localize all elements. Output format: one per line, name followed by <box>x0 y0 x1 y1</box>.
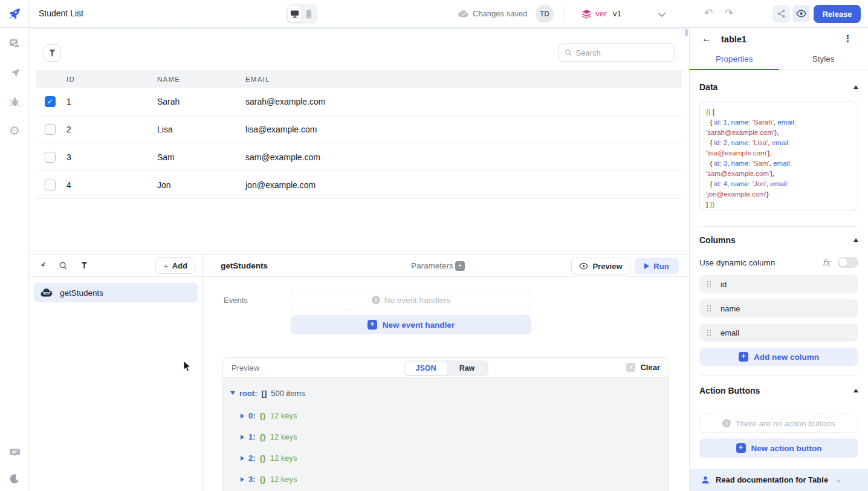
tab-json[interactable]: JSON <box>405 362 447 375</box>
row-checkbox[interactable]: ✓ <box>45 96 56 107</box>
app-logo[interactable] <box>0 0 29 27</box>
new-action-button[interactable]: + New action button <box>699 438 858 458</box>
root-type: [] <box>262 389 267 398</box>
dynamic-column-toggle[interactable] <box>838 257 858 268</box>
code-token: email: <box>777 119 796 126</box>
query-editor: getStudents Parameters + Preview Run Eve… <box>203 255 689 491</box>
collapse-section-icon[interactable] <box>853 85 858 89</box>
tab-properties[interactable]: Properties <box>690 52 779 70</box>
cursor-mode-button[interactable] <box>0 65 29 80</box>
column-item[interactable]: name <box>699 299 858 317</box>
json-tree-node[interactable]: 1:{}12 keys <box>230 426 669 447</box>
fx-icon[interactable]: fx <box>822 258 830 267</box>
clear-response-button[interactable]: × Clear <box>626 363 660 372</box>
desktop-mode-button[interactable] <box>288 6 301 22</box>
version-value: v1 <box>613 9 621 18</box>
query-title[interactable]: getStudents <box>221 261 268 270</box>
collapsed-arrow-icon <box>241 435 244 440</box>
expanded-arrow-icon <box>230 391 235 395</box>
json-tree-node[interactable]: 2:{}12 keys <box>230 447 669 469</box>
json-tree: root: [] 500 items 0:{}12 keys1:{}12 key… <box>223 378 669 490</box>
desktop-icon <box>290 10 299 18</box>
row-checkbox[interactable] <box>45 124 56 135</box>
table-search[interactable] <box>559 44 675 62</box>
column-header-name[interactable]: NAME <box>155 76 243 83</box>
search-input[interactable] <box>576 48 669 57</box>
tab-raw[interactable]: Raw <box>447 362 487 375</box>
row-checkbox[interactable] <box>45 180 56 190</box>
collapse-section-icon[interactable] <box>853 238 858 242</box>
preview-format-switch: JSON Raw <box>404 360 488 376</box>
row-checkbox[interactable] <box>45 152 56 163</box>
code-token: id: <box>714 180 721 187</box>
code-token: name: <box>731 180 751 187</box>
redo-button[interactable]: ↷ <box>722 6 736 21</box>
dynamic-column-row: Use dynamic column fx <box>699 257 858 268</box>
documentation-link[interactable]: Read documentation for Table → <box>690 469 868 491</box>
chat-support-button[interactable] <box>0 445 29 460</box>
more-options-button[interactable]: ⋮ <box>843 33 852 44</box>
node-count: 12 keys <box>270 475 297 484</box>
code-token: 'Sarah' <box>753 119 774 126</box>
chevron-down-icon <box>658 12 666 18</box>
add-query-button[interactable]: + Add <box>155 257 195 274</box>
tab-styles[interactable]: Styles <box>779 52 868 70</box>
drag-handle-icon[interactable] <box>707 330 711 336</box>
inspector-body: Data {{ [ { id: 1, name: 'Sarah', email:… <box>690 82 868 458</box>
documentation-label: Read documentation for Table <box>716 475 828 484</box>
mouse-cursor <box>183 360 192 372</box>
dark-mode-toggle[interactable] <box>0 472 29 486</box>
avatar[interactable]: TD <box>536 5 554 23</box>
table-filter-button[interactable] <box>44 44 61 62</box>
settings-button[interactable]: ⚙ <box>0 123 29 138</box>
version-selector[interactable]: ver v1 <box>581 0 621 27</box>
code-token: name: <box>731 119 751 126</box>
collapse-panel-button[interactable] <box>36 260 47 271</box>
run-query-button[interactable]: Run <box>635 258 679 275</box>
column-item[interactable]: id <box>699 275 858 293</box>
collapse-section-icon[interactable] <box>853 389 858 392</box>
tutorial-button[interactable] <box>0 36 29 51</box>
widget-name[interactable]: table1 <box>721 34 747 44</box>
drag-handle-icon[interactable] <box>707 305 711 311</box>
undo-button[interactable]: ↶ <box>701 6 716 21</box>
column-header-id[interactable]: ID <box>64 76 155 83</box>
json-tree-node[interactable]: 3:{}12 keys <box>230 469 669 490</box>
add-new-column-button[interactable]: + Add new column <box>699 348 858 366</box>
data-code-editor[interactable]: {{ [ { id: 1, name: 'Sarah', email:'sara… <box>699 102 858 210</box>
preview-query-button[interactable]: Preview <box>571 258 630 275</box>
share-button[interactable] <box>772 5 790 22</box>
search-queries-button[interactable] <box>57 260 68 271</box>
code-token: } <box>766 190 769 198</box>
column-item[interactable]: email <box>699 324 858 342</box>
cell-name: Jon <box>155 180 243 190</box>
search-icon <box>59 261 68 270</box>
svg-text:REST: REST <box>43 292 50 295</box>
json-tree-root[interactable]: root: [] 500 items <box>230 388 669 398</box>
app-canvas[interactable]: ID NAME EMAIL ✓1Sarahsarah@example.com2L… <box>29 28 689 254</box>
add-parameter-button[interactable]: + <box>455 261 465 271</box>
new-action-button-label: New action button <box>751 444 822 453</box>
node-count: 12 keys <box>270 432 297 441</box>
code-token: }, <box>774 129 779 136</box>
code-token: 'lisa@example.com' <box>706 149 768 157</box>
mobile-mode-button[interactable] <box>302 6 316 22</box>
preview-app-button[interactable] <box>792 5 810 22</box>
version-dropdown-button[interactable] <box>658 9 666 20</box>
release-button[interactable]: Release <box>814 5 861 23</box>
json-tree-node[interactable]: 0:{}12 keys <box>230 405 669 426</box>
app-root: { "colors": { "accent_blue": "#3e63dd", … <box>0 0 868 491</box>
pointer-icon <box>9 67 21 79</box>
new-event-handler-button[interactable]: + New event handler <box>291 315 531 334</box>
query-list-item[interactable]: RESTgetStudents <box>34 283 198 302</box>
debug-button[interactable] <box>0 94 29 109</box>
canvas-scrollbar[interactable] <box>685 29 688 36</box>
column-header-email[interactable]: EMAIL <box>243 76 682 83</box>
back-button[interactable]: ← <box>702 33 711 44</box>
plus-square-icon: + <box>736 443 746 453</box>
node-type: {} <box>260 432 266 441</box>
code-token: email: <box>773 160 792 167</box>
filter-queries-button[interactable] <box>79 260 89 271</box>
drag-handle-icon[interactable] <box>707 281 711 287</box>
code-token: { <box>706 180 714 187</box>
